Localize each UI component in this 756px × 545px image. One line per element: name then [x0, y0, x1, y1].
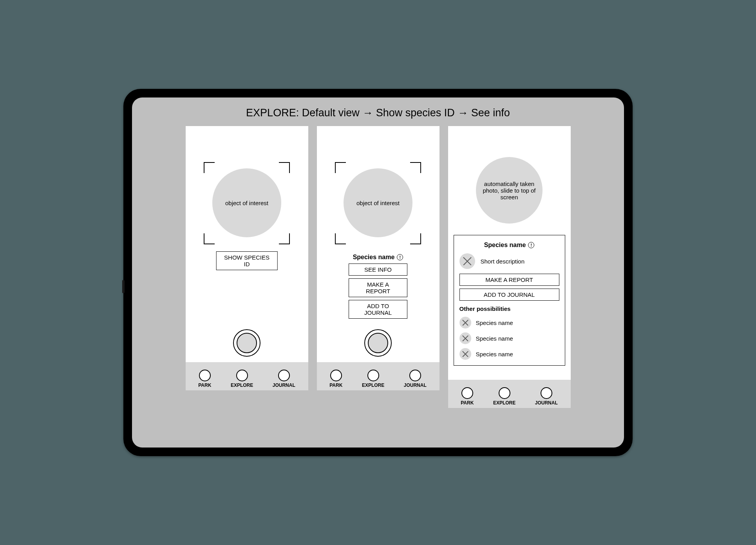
possibility-list: Species name Species name Species name	[459, 317, 559, 360]
nav-icon	[367, 370, 379, 381]
species-heading: Species name !	[353, 254, 403, 261]
species-actions: Species name ! SEE INFO MAKE A REPORT AD…	[347, 254, 409, 319]
show-species-id-button[interactable]: SHOW SPECIES ID	[216, 251, 278, 270]
thumbnail-placeholder-icon	[459, 253, 475, 269]
nav-park[interactable]: PARK	[329, 370, 342, 388]
nav-icon	[199, 370, 211, 381]
info-icon[interactable]: !	[528, 242, 534, 248]
info-icon[interactable]: !	[397, 254, 403, 260]
species-heading: Species name !	[459, 242, 559, 249]
make-report-button[interactable]: MAKE A REPORT	[459, 274, 559, 286]
nav-icon	[409, 370, 421, 381]
nav-explore[interactable]: EXPLORE	[362, 370, 384, 388]
nav-journal[interactable]: JOURNAL	[404, 370, 427, 388]
see-info-button[interactable]: SEE INFO	[349, 263, 407, 276]
page-title: EXPLORE: Default view → Show species ID …	[143, 107, 613, 119]
possibility-item[interactable]: Species name	[459, 317, 559, 328]
thumbnail-placeholder-icon	[459, 348, 471, 360]
bottom-nav: PARK EXPLORE JOURNAL	[317, 362, 439, 390]
species-description-row: Short description	[459, 253, 559, 269]
viewfinder-area: object of interest SHOW SPECIES ID	[186, 126, 308, 362]
nav-icon	[461, 387, 473, 399]
shutter-button[interactable]	[233, 329, 260, 357]
nav-journal[interactable]: JOURNAL	[273, 370, 295, 388]
tablet-frame: EXPLORE: Default view → Show species ID …	[123, 89, 633, 456]
nav-explore[interactable]: EXPLORE	[231, 370, 253, 388]
nav-icon	[499, 387, 510, 399]
info-area: automatically taken photo, slide to top …	[448, 126, 571, 380]
shutter-button[interactable]	[364, 329, 392, 357]
possibility-item[interactable]: Species name	[459, 332, 559, 344]
make-report-button[interactable]: MAKE A REPORT	[349, 278, 407, 297]
short-description: Short description	[481, 258, 525, 265]
thumbnail-placeholder-icon	[459, 317, 471, 328]
nav-explore[interactable]: EXPLORE	[493, 387, 515, 406]
nav-icon	[330, 370, 342, 381]
nav-park[interactable]: PARK	[461, 387, 474, 406]
screen-see-info: automatically taken photo, slide to top …	[448, 126, 571, 408]
tablet-screen: EXPLORE: Default view → Show species ID …	[132, 97, 624, 448]
screen-show-species-id: object of interest Species name ! SEE IN…	[317, 126, 439, 390]
object-of-interest: object of interest	[212, 168, 281, 237]
species-info-card: Species name ! Short description MAKE A …	[454, 235, 565, 366]
add-to-journal-button[interactable]: ADD TO JOURNAL	[459, 289, 559, 301]
viewfinder-area: object of interest Species name ! SEE IN…	[317, 126, 439, 362]
object-of-interest: object of interest	[344, 168, 412, 237]
thumbnail-placeholder-icon	[459, 332, 471, 344]
nav-journal[interactable]: JOURNAL	[535, 387, 558, 406]
possibility-item[interactable]: Species name	[459, 348, 559, 360]
wireframe-row: object of interest SHOW SPECIES ID PARK …	[143, 126, 613, 408]
nav-icon	[541, 387, 552, 399]
other-possibilities-heading: Other possibilities	[459, 305, 559, 312]
captured-photo: automatically taken photo, slide to top …	[476, 157, 543, 224]
screen-default-view: object of interest SHOW SPECIES ID PARK …	[186, 126, 308, 390]
nav-icon	[278, 370, 290, 381]
bottom-nav: PARK EXPLORE JOURNAL	[186, 362, 308, 390]
nav-icon	[236, 370, 248, 381]
nav-park[interactable]: PARK	[198, 370, 211, 388]
add-to-journal-button[interactable]: ADD TO JOURNAL	[349, 300, 407, 319]
bottom-nav: PARK EXPLORE JOURNAL	[448, 380, 571, 408]
